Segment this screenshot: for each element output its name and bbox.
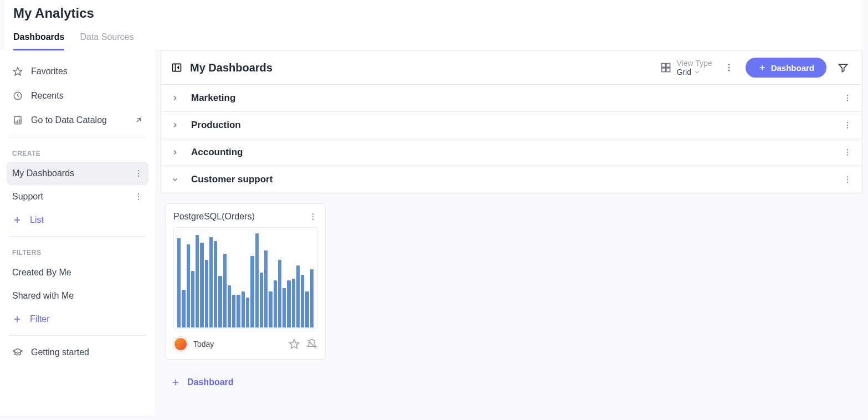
more-icon[interactable] bbox=[134, 192, 143, 201]
add-dashboard-button[interactable]: Dashboard bbox=[165, 373, 858, 392]
group-label: Customer support bbox=[191, 174, 273, 185]
star-icon[interactable] bbox=[289, 339, 300, 350]
view-type-selector[interactable]: View Type Grid bbox=[660, 59, 712, 76]
plus-icon bbox=[171, 377, 181, 387]
chart-bar bbox=[301, 275, 304, 327]
sidebar-item-created-by-me[interactable]: Created By Me bbox=[7, 261, 148, 284]
chart-bar bbox=[305, 291, 309, 327]
sidebar-item-shared-with-me[interactable]: Shared with Me bbox=[7, 284, 148, 308]
dashboard-card[interactable]: PostgreSQL(Orders) Today bbox=[165, 203, 326, 360]
svg-point-26 bbox=[847, 176, 848, 177]
svg-point-25 bbox=[847, 155, 848, 156]
header-more-button[interactable] bbox=[720, 59, 738, 76]
add-list-button[interactable]: List bbox=[7, 208, 148, 232]
notifications-off-icon[interactable] bbox=[306, 339, 317, 350]
sidebar-item-label: Recents bbox=[31, 91, 64, 101]
tab-dashboards[interactable]: Dashboards bbox=[13, 32, 64, 50]
chart-bar bbox=[187, 244, 190, 327]
add-list-label: List bbox=[30, 215, 44, 225]
card-more-button[interactable] bbox=[309, 212, 317, 221]
chart-bar bbox=[182, 290, 185, 327]
group-more-button[interactable] bbox=[843, 94, 852, 103]
svg-point-7 bbox=[138, 196, 139, 197]
divider bbox=[9, 236, 146, 237]
svg-point-19 bbox=[847, 100, 848, 101]
collapse-sidebar-icon[interactable] bbox=[171, 62, 182, 73]
chart-bar bbox=[287, 280, 290, 327]
group-customer-support[interactable]: Customer support bbox=[161, 166, 862, 193]
group-marketing[interactable]: Marketing bbox=[161, 85, 862, 112]
sidebar-item-support[interactable]: Support bbox=[7, 185, 148, 208]
chart-bar bbox=[310, 269, 314, 327]
sidebar-item-data-catalog[interactable]: Go to Data Catalog bbox=[7, 108, 148, 132]
sidebar-item-getting-started[interactable]: Getting started bbox=[7, 340, 148, 365]
new-dashboard-button[interactable]: Dashboard bbox=[746, 58, 826, 78]
group-production[interactable]: Production bbox=[161, 112, 862, 139]
group-accounting[interactable]: Accounting bbox=[161, 139, 862, 166]
more-icon[interactable] bbox=[134, 169, 143, 178]
view-type-label: View Type bbox=[677, 59, 712, 68]
plus-icon bbox=[12, 215, 22, 225]
plus-icon bbox=[758, 63, 767, 72]
group-more-button[interactable] bbox=[843, 148, 852, 157]
clock-icon bbox=[12, 90, 23, 101]
content-title: My Dashboards bbox=[190, 62, 273, 74]
chart-bar bbox=[260, 273, 263, 327]
star-icon bbox=[12, 66, 23, 77]
svg-marker-0 bbox=[14, 68, 22, 75]
svg-point-4 bbox=[138, 173, 139, 174]
svg-marker-32 bbox=[290, 340, 299, 349]
chart-bar bbox=[250, 256, 254, 327]
svg-point-6 bbox=[138, 193, 139, 194]
tab-data-sources[interactable]: Data Sources bbox=[80, 32, 133, 50]
chart-bar bbox=[228, 285, 231, 328]
card-title: PostgreSQL(Orders) bbox=[173, 212, 255, 222]
chart-bar bbox=[283, 288, 286, 327]
chevron-right-icon bbox=[171, 94, 180, 102]
funnel-icon bbox=[838, 62, 849, 73]
sidebar-item-label: Support bbox=[12, 192, 43, 202]
chart-bar bbox=[278, 260, 281, 327]
svg-point-22 bbox=[847, 127, 848, 129]
chart-bar bbox=[242, 291, 245, 327]
svg-rect-10 bbox=[661, 64, 665, 68]
chart-bar bbox=[218, 276, 222, 328]
chevron-down-icon bbox=[694, 69, 700, 75]
group-more-button[interactable] bbox=[843, 175, 852, 184]
svg-point-27 bbox=[847, 179, 848, 180]
group-label: Accounting bbox=[191, 147, 243, 158]
svg-point-28 bbox=[847, 182, 848, 183]
filter-button[interactable] bbox=[834, 59, 852, 76]
svg-point-15 bbox=[728, 67, 730, 69]
view-type-value: Grid bbox=[677, 68, 691, 76]
chart-bar bbox=[223, 254, 227, 327]
chart-bar bbox=[274, 280, 277, 327]
sidebar-item-label: My Dashboards bbox=[12, 168, 74, 178]
add-filter-button[interactable]: Filter bbox=[7, 308, 148, 331]
chart-bar bbox=[264, 250, 268, 327]
svg-rect-9 bbox=[173, 64, 181, 71]
group-more-button[interactable] bbox=[843, 121, 852, 130]
svg-point-30 bbox=[312, 216, 314, 217]
top-header: My Analytics Dashboards Data Sources bbox=[4, 0, 864, 50]
sidebar-item-label: Created By Me bbox=[12, 268, 71, 278]
svg-point-29 bbox=[312, 213, 314, 214]
sidebar-item-favorites[interactable]: Favorites bbox=[7, 59, 148, 84]
catalog-icon bbox=[12, 115, 23, 126]
chart-bar bbox=[292, 279, 295, 327]
svg-point-24 bbox=[847, 152, 848, 153]
sidebar-item-label: Shared with Me bbox=[12, 291, 74, 301]
cards-area: PostgreSQL(Orders) Today Dashboard bbox=[161, 193, 862, 402]
chart-bar bbox=[255, 233, 259, 327]
divider bbox=[9, 137, 146, 137]
svg-rect-13 bbox=[666, 68, 670, 72]
sidebar-item-label: Go to Data Catalog bbox=[31, 115, 107, 125]
section-create-label: CREATE bbox=[7, 142, 148, 162]
svg-rect-11 bbox=[666, 64, 670, 68]
svg-point-5 bbox=[138, 176, 139, 177]
sidebar-item-my-dashboards[interactable]: My Dashboards bbox=[7, 162, 148, 185]
section-filters-label: FILTERS bbox=[7, 241, 148, 261]
avatar bbox=[173, 337, 188, 351]
sidebar-item-recents[interactable]: Recents bbox=[7, 84, 148, 108]
new-dashboard-label: Dashboard bbox=[771, 63, 814, 73]
